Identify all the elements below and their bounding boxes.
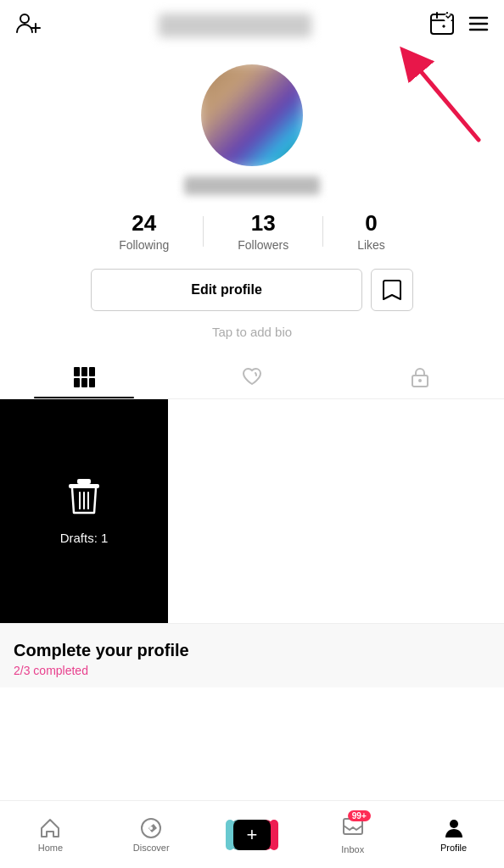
hamburger-menu-icon <box>467 12 490 36</box>
svg-rect-17 <box>81 378 87 387</box>
add-user-button[interactable] <box>14 10 41 41</box>
nav-home[interactable]: Home <box>25 817 76 853</box>
nav-discover-label: Discover <box>133 843 170 853</box>
svg-rect-13 <box>74 367 80 376</box>
svg-rect-21 <box>69 484 99 488</box>
svg-point-20 <box>418 379 422 382</box>
tab-videos[interactable] <box>0 356 168 398</box>
header-icons <box>429 11 490 40</box>
svg-rect-18 <box>89 378 95 387</box>
grid-videos-icon <box>73 366 95 388</box>
draft-card[interactable]: Drafts: 1 <box>0 399 168 623</box>
svg-point-29 <box>450 820 458 828</box>
lock-icon <box>411 366 429 388</box>
calendar-badge-icon <box>429 11 455 36</box>
nav-profile-label: Profile <box>440 843 467 853</box>
create-button[interactable]: + <box>230 820 274 850</box>
display-name-blurred <box>184 176 320 195</box>
nav-inbox[interactable]: 99+ Inbox <box>328 815 378 854</box>
svg-point-0 <box>20 14 29 23</box>
nav-discover[interactable]: Discover <box>126 817 176 853</box>
add-user-icon <box>14 10 41 37</box>
plus-sign-icon: + <box>247 826 258 844</box>
followers-stat[interactable]: 13 Followers <box>204 210 322 252</box>
home-icon <box>39 817 61 839</box>
bottom-spacer <box>0 687 504 755</box>
stats-row: 24 Following 13 Followers 0 Likes <box>0 210 504 252</box>
avatar-image <box>201 64 303 166</box>
username-blurred <box>159 14 311 37</box>
complete-profile-subtitle: 2/3 completed <box>14 664 490 677</box>
likes-stat[interactable]: 0 Likes <box>323 210 419 252</box>
nav-home-label: Home <box>38 843 63 853</box>
svg-rect-14 <box>81 367 87 376</box>
hamburger-menu-button[interactable] <box>467 12 490 39</box>
nav-profile[interactable]: Profile <box>428 817 479 853</box>
svg-rect-22 <box>77 479 91 484</box>
followers-label: Followers <box>238 238 288 252</box>
svg-rect-15 <box>89 367 95 376</box>
profile-section: 24 Following 13 Followers 0 Likes Edit p… <box>0 51 504 356</box>
complete-profile-title: Complete your profile <box>14 641 490 660</box>
followers-count: 13 <box>251 210 276 236</box>
following-count: 24 <box>132 210 156 236</box>
complete-profile-banner[interactable]: Complete your profile 2/3 completed <box>0 623 504 687</box>
svg-rect-16 <box>74 378 80 387</box>
profile-nav-icon <box>443 817 465 839</box>
username-display <box>41 14 429 37</box>
bookmark-button[interactable] <box>371 269 413 311</box>
following-label: Following <box>119 238 169 252</box>
content-grid: Drafts: 1 <box>0 399 504 623</box>
following-stat[interactable]: 24 Following <box>85 210 203 252</box>
nav-inbox-label: Inbox <box>341 844 364 854</box>
profile-buttons: Edit profile <box>0 269 504 311</box>
calendar-badge-button[interactable] <box>429 11 455 40</box>
bottom-navigation: Home Discover + 99+ Inbox <box>0 800 504 868</box>
bio-placeholder[interactable]: Tap to add bio <box>212 325 292 339</box>
tab-private[interactable] <box>336 356 504 398</box>
compass-icon <box>140 817 162 839</box>
nav-create[interactable]: + <box>227 820 277 850</box>
avatar[interactable] <box>201 64 303 166</box>
svg-point-27 <box>149 826 153 830</box>
header <box>0 0 504 51</box>
liked-heart-icon <box>241 366 263 388</box>
draft-label: Drafts: 1 <box>60 531 109 545</box>
bookmark-icon <box>383 279 401 301</box>
draft-icon <box>67 477 101 522</box>
edit-profile-button[interactable]: Edit profile <box>91 269 362 311</box>
likes-count: 0 <box>365 210 377 236</box>
tab-liked[interactable] <box>168 356 336 398</box>
likes-label: Likes <box>357 238 385 252</box>
tabs-row <box>0 356 504 399</box>
inbox-badge: 99+ <box>348 810 371 821</box>
